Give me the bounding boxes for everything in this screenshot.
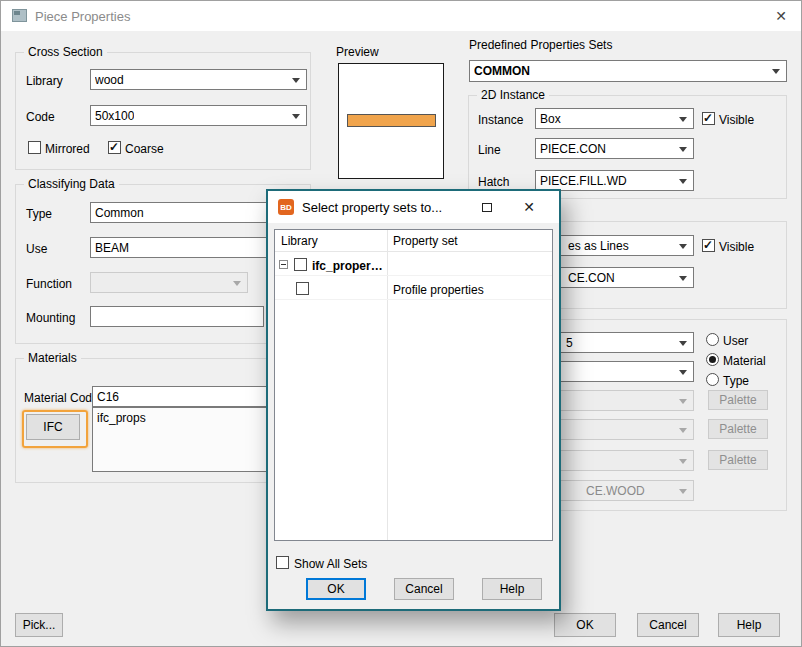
chevron-down-icon <box>679 147 687 152</box>
user-radio-label: User <box>723 334 748 348</box>
chevron-down-icon <box>679 428 687 433</box>
profile-bar <box>347 114 436 127</box>
coarse-checkbox[interactable] <box>108 141 121 154</box>
user-radio[interactable] <box>706 333 719 346</box>
code-value: 50x100 <box>95 109 134 123</box>
minus-icon <box>281 264 286 265</box>
line-value: PIECE.CON <box>540 142 606 156</box>
help-button[interactable]: Help <box>718 613 780 637</box>
column-property-set: Property set <box>393 234 458 248</box>
chevron-down-icon <box>679 179 687 184</box>
chevron-down-icon <box>233 281 241 286</box>
coarse-label: Coarse <box>125 142 164 156</box>
line-select[interactable]: PIECE.CON <box>535 138 694 159</box>
type-label: Type <box>26 207 52 221</box>
chevron-down-icon <box>292 78 300 83</box>
preview-label: Preview <box>336 45 379 59</box>
close-button[interactable]: ✕ <box>771 6 791 26</box>
code-select[interactable]: 50x100 <box>90 105 307 126</box>
chevron-down-icon <box>772 69 780 74</box>
material-radio-label: Material <box>723 354 766 368</box>
parent-checkbox[interactable] <box>294 258 307 271</box>
tree-row-parent[interactable]: ifc_proper… <box>275 252 552 276</box>
chevron-down-icon <box>679 489 687 494</box>
code-label: Code <box>26 110 55 124</box>
chevron-down-icon <box>679 117 687 122</box>
hatch-value: PIECE.FILL.WD <box>540 174 627 188</box>
pick-button[interactable]: Pick... <box>15 613 63 637</box>
palette-button-2: Palette <box>708 419 768 439</box>
instance-label: Instance <box>478 113 523 127</box>
tree-row-child[interactable]: Profile properties <box>275 276 552 300</box>
modal-ok-button[interactable]: OK <box>306 578 366 600</box>
app-icon <box>12 9 27 22</box>
line-3d-value: CE.CON <box>568 271 615 285</box>
modal-close-button[interactable]: ✕ <box>513 195 545 219</box>
show-all-sets-checkbox[interactable] <box>276 556 289 569</box>
cross-section-group-title: Cross Section <box>24 45 107 59</box>
library-label: Library <box>26 74 63 88</box>
size-value: 5 <box>566 336 573 350</box>
visible-2d-checkbox[interactable] <box>702 112 715 125</box>
select-property-sets-dialog: BD Select property sets to... ✕ Library … <box>266 189 561 611</box>
title-bar: Piece Properties ✕ <box>1 1 801 31</box>
cancel-button[interactable]: Cancel <box>637 613 699 637</box>
maximize-icon <box>482 203 492 212</box>
parent-library-label: ifc_proper… <box>312 259 383 273</box>
library-select[interactable]: wood <box>90 69 307 90</box>
classifying-data-group-title: Classifying Data <box>24 177 119 191</box>
ok-button[interactable]: OK <box>554 613 616 637</box>
axes-value: es as Lines <box>568 239 629 253</box>
palette-button-3: Palette <box>708 450 768 470</box>
mirrored-checkbox[interactable] <box>28 141 41 154</box>
mounting-label: Mounting <box>26 311 75 325</box>
modal-cancel-button[interactable]: Cancel <box>394 578 454 600</box>
type-radio[interactable] <box>706 373 719 386</box>
hatch-select[interactable]: PIECE.FILL.WD <box>535 170 694 191</box>
chevron-down-icon <box>679 399 687 404</box>
cross-section-group: Cross Section Library wood Code 50x100 M… <box>15 52 311 170</box>
show-all-sets-label: Show All Sets <box>294 557 367 571</box>
tree-collapse-toggle[interactable] <box>279 260 288 269</box>
child-checkbox[interactable] <box>296 282 309 295</box>
instance-select[interactable]: Box <box>535 108 694 129</box>
piece-properties-dialog: Piece Properties ✕ Cross Section Library… <box>0 0 802 647</box>
chevron-down-icon <box>292 114 300 119</box>
column-library: Library <box>281 234 318 248</box>
ifc-button[interactable]: IFC <box>26 414 80 440</box>
property-sets-list[interactable]: Library Property set ifc_proper… Profile… <box>274 229 553 541</box>
predefined-sets-label: Predefined Properties Sets <box>469 38 612 52</box>
use-label: Use <box>26 242 47 256</box>
modal-title: Select property sets to... <box>302 200 442 215</box>
chevron-down-icon <box>679 341 687 346</box>
predefined-sets-select[interactable]: COMMON <box>469 60 787 82</box>
close-icon: ✕ <box>523 199 535 215</box>
type-radio-label: Type <box>723 374 749 388</box>
palette-button-1: Palette <box>708 390 768 410</box>
visible-3d-label: Visible <box>719 240 754 254</box>
function-label: Function <box>26 277 72 291</box>
instance-value: Box <box>540 112 561 126</box>
modal-title-bar: BD Select property sets to... ✕ <box>268 191 559 223</box>
hatch-label: Hatch <box>478 175 509 189</box>
material-code-label: Material Code <box>24 391 99 405</box>
list-header: Library Property set <box>275 230 552 252</box>
cross-section-preview <box>338 63 444 179</box>
wood-material-value: CE.WOOD <box>586 484 645 498</box>
chevron-down-icon <box>679 276 687 281</box>
material-radio[interactable] <box>706 353 719 366</box>
window-title: Piece Properties <box>35 9 130 24</box>
close-icon: ✕ <box>775 8 787 24</box>
mirrored-label: Mirrored <box>45 142 90 156</box>
chevron-down-icon <box>679 244 687 249</box>
instance-2d-group-title: 2D Instance <box>477 88 549 102</box>
line-label: Line <box>478 143 501 157</box>
mounting-input[interactable] <box>90 306 264 327</box>
modal-help-button[interactable]: Help <box>482 578 542 600</box>
child-property-label: Profile properties <box>393 283 484 297</box>
modal-app-icon: BD <box>278 199 294 215</box>
library-value: wood <box>95 73 124 87</box>
function-select <box>90 272 248 293</box>
maximize-button[interactable] <box>471 195 503 219</box>
visible-3d-checkbox[interactable] <box>702 239 715 252</box>
